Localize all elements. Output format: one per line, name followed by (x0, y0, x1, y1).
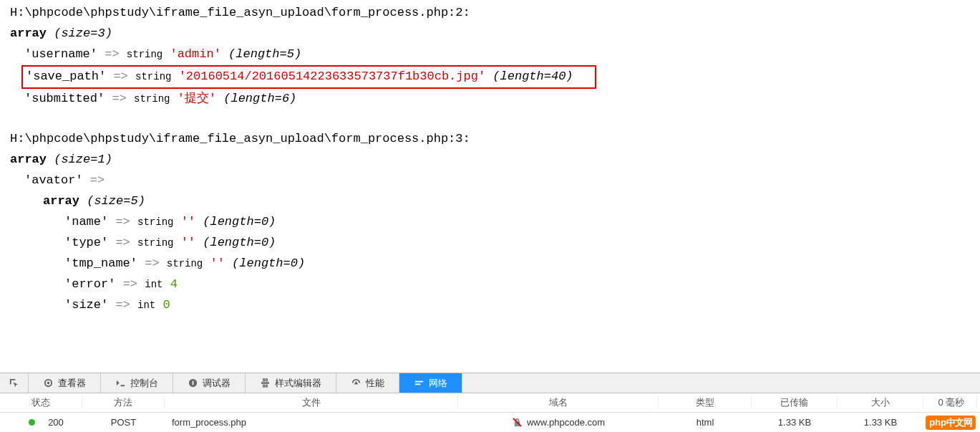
array-key: 'avator' (24, 173, 83, 187)
dump2-row: 'name' => string '' (length=0) (0, 212, 980, 233)
array-key: 'tmp_name' (64, 256, 137, 270)
arrow: => (123, 277, 137, 291)
header-status[interactable]: 状态 (0, 396, 82, 409)
array-size: (size=1) (54, 153, 112, 166)
string-length: (length=5) (228, 47, 301, 61)
cell-status: 200 (0, 417, 82, 428)
cell-host: www.phpcode.com (458, 417, 659, 428)
header-size[interactable]: 大小 (838, 396, 923, 409)
dump1-row: 'username' => string 'admin' (length=5) (0, 44, 980, 65)
header-host[interactable]: 域名 (458, 396, 659, 409)
dump1-array-header: array (size=3) (0, 24, 980, 44)
value-type: int (137, 299, 155, 311)
tab-inspector[interactable]: 查看器 (29, 373, 101, 393)
status-code: 200 (48, 417, 64, 428)
header-transferred[interactable]: 已传输 (752, 396, 838, 409)
watermark-brand: php (929, 417, 946, 428)
string-length: (length=40) (493, 69, 573, 83)
cell-type: html (659, 417, 752, 428)
tab-label: 控制台 (130, 377, 158, 390)
header-timeline[interactable]: 0 毫秒 (923, 396, 977, 409)
array-key: 'type' (64, 236, 108, 249)
value-type: string (137, 216, 173, 228)
string-length: (length=0) (203, 215, 276, 229)
watermark-badge: php中文网 (926, 416, 976, 430)
arrow: => (115, 236, 130, 249)
header-file[interactable]: 文件 (165, 396, 458, 409)
console-icon (115, 378, 126, 388)
tab-console[interactable]: 控制台 (101, 373, 173, 393)
string-length: (length=0) (203, 236, 276, 249)
header-type[interactable]: 类型 (659, 396, 752, 409)
tab-performance[interactable]: 性能 (336, 373, 399, 393)
string-value: '' (210, 256, 224, 270)
insecure-icon (512, 417, 523, 428)
dump2-row: 'type' => string '' (length=0) (0, 233, 980, 254)
string-value: '' (181, 215, 195, 229)
arrow: => (145, 256, 159, 270)
array-key: 'name' (64, 215, 108, 229)
value-type: string (167, 258, 203, 269)
tab-debugger[interactable]: 调试器 (173, 373, 246, 393)
value-type: string (135, 71, 171, 82)
tab-label: 网络 (429, 377, 447, 390)
tab-label: 性能 (366, 377, 384, 390)
int-value: 4 (170, 277, 178, 291)
devtools-toolbar: 查看器 控制台 调试器 样式编辑器 性能 网络 (0, 373, 980, 393)
tab-label: 调试器 (203, 377, 231, 390)
arrow: => (115, 298, 130, 312)
host-text: www.phpcode.com (527, 417, 605, 428)
dump2-file-line: H:\phpcode\phpstudy\iframe_file_asyn_upl… (0, 129, 980, 150)
dump1-row: 'submitted' => string '提交' (length=6) (0, 89, 980, 110)
tab-label: 查看器 (58, 377, 86, 390)
dump2-inner-array-header: array (size=5) (0, 191, 980, 212)
select-element-button[interactable] (0, 373, 29, 393)
network-request-row[interactable]: 200 POST form_process.php www.phpcode.co… (0, 413, 980, 432)
dump2-row: 'error' => int 4 (0, 274, 980, 295)
array-key: 'size' (64, 298, 108, 312)
tab-network[interactable]: 网络 (399, 373, 462, 393)
string-value: 'admin' (170, 47, 220, 61)
arrow: => (105, 47, 119, 61)
select-element-icon (9, 378, 19, 388)
arrow: => (115, 215, 130, 229)
style-icon (260, 378, 271, 388)
array-key: 'username' (24, 47, 97, 61)
value-type: string (137, 237, 173, 249)
array-keyword: array (10, 27, 47, 40)
array-keyword: array (10, 153, 47, 166)
array-key: 'submitted' (24, 92, 105, 105)
arrow: => (112, 92, 126, 105)
status-dot-icon (29, 419, 35, 426)
array-key: 'error' (64, 277, 115, 291)
performance-icon (351, 378, 362, 388)
page-content: H:\phpcode\phpstudy\iframe_file_asyn_upl… (0, 0, 980, 373)
string-value: '' (181, 236, 195, 249)
string-value: '20160514/20160514223633573737f1b30cb.jp… (179, 69, 485, 83)
inspector-icon (43, 378, 54, 388)
cell-transferred: 1.33 KB (752, 417, 838, 428)
arrow: => (113, 69, 127, 83)
value-type: string (127, 49, 162, 60)
string-length: (length=6) (223, 92, 296, 105)
cell-method: POST (82, 417, 165, 428)
array-key: 'save_path' (26, 69, 106, 83)
network-icon (414, 378, 424, 388)
array-keyword: array (43, 194, 79, 208)
array-size: (size=5) (87, 194, 145, 208)
string-length: (length=0) (232, 256, 305, 270)
dump2-row: 'tmp_name' => string '' (length=0) (0, 254, 980, 274)
dump2-array-header: array (size=1) (0, 150, 980, 171)
header-method[interactable]: 方法 (82, 396, 165, 409)
tab-style-editor[interactable]: 样式编辑器 (246, 373, 336, 393)
watermark-cn: 中文网 (946, 417, 972, 428)
dump2-outer-key: 'avator' => (0, 171, 980, 191)
arrow: => (90, 173, 105, 187)
tab-label: 样式编辑器 (275, 377, 321, 390)
array-size: (size=3) (54, 27, 112, 40)
debugger-icon (188, 378, 198, 388)
int-value: 0 (162, 298, 170, 312)
cell-size: 1.33 KB (838, 417, 923, 428)
value-type: int (145, 279, 162, 290)
value-type: string (134, 93, 170, 105)
